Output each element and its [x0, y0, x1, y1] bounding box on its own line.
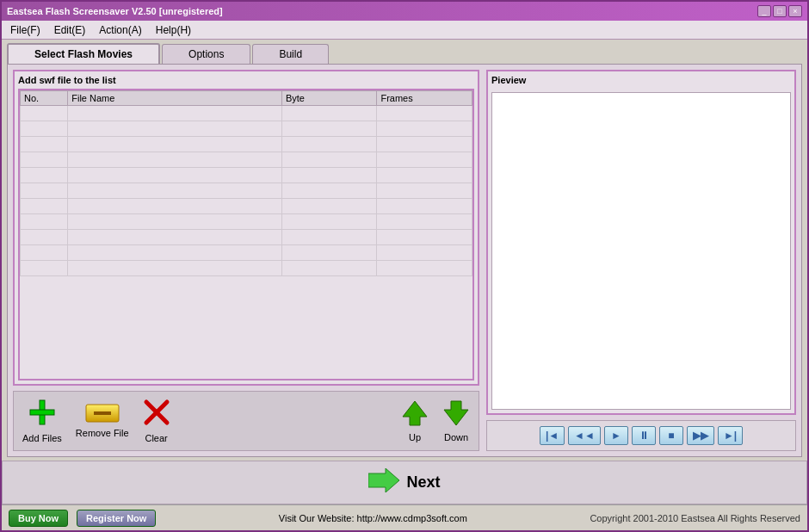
status-bar: Buy Now Register Now Visit Our Website: …	[2, 504, 807, 530]
menu-action[interactable]: Action(A)	[94, 22, 146, 38]
down-icon	[442, 399, 470, 430]
maximize-button[interactable]: □	[773, 5, 787, 17]
copyright-text: Copyright 2001-2010 Eastsea All Rights R…	[590, 513, 800, 523]
media-first-button[interactable]: |◄	[540, 426, 565, 445]
remove-file-icon	[85, 404, 120, 425]
clear-icon	[143, 399, 170, 430]
file-table-wrapper: No. File Name Byte Frames	[18, 89, 474, 380]
table-row	[21, 152, 472, 168]
title-text: Eastsea Flash Screensaver V2.50 [unregis…	[7, 6, 223, 16]
tab-build[interactable]: Build	[252, 44, 329, 64]
menu-edit[interactable]: Edit(E)	[49, 22, 91, 38]
tab-select-flash[interactable]: Select Flash Movies	[7, 43, 160, 64]
col-no: No.	[21, 91, 68, 106]
media-stop-button[interactable]: ■	[659, 426, 683, 445]
title-bar: Eastsea Flash Screensaver V2.50 [unregis…	[2, 2, 807, 21]
col-frames: Frames	[377, 91, 472, 106]
table-row	[21, 106, 472, 121]
table-row	[21, 214, 472, 230]
file-list-group: Add swf file to the list No. File Name B…	[13, 70, 479, 386]
up-icon	[401, 399, 429, 430]
menu-file[interactable]: File(F)	[5, 22, 46, 38]
visit-text: Visit Our Website: http://www.cdmp3soft.…	[164, 513, 581, 523]
preview-canvas	[491, 92, 791, 410]
add-files-icon	[28, 399, 56, 430]
register-now-button[interactable]: Register Now	[77, 510, 156, 527]
remove-file-button[interactable]: Remove File	[76, 404, 129, 438]
table-row	[21, 137, 472, 152]
table-row	[21, 245, 472, 261]
table-row	[21, 121, 472, 137]
table-row	[21, 199, 472, 214]
down-label: Down	[444, 432, 468, 442]
clear-label: Clear	[145, 433, 167, 443]
left-panel: Add swf file to the list No. File Name B…	[13, 70, 479, 451]
add-files-button[interactable]: Add Files	[22, 399, 62, 443]
svg-marker-6	[403, 401, 427, 425]
svg-rect-3	[94, 411, 111, 415]
down-button[interactable]: Down	[442, 399, 470, 442]
tabs-row: Select Flash Movies Options Build	[7, 43, 802, 64]
svg-rect-1	[30, 410, 54, 415]
media-pause-button[interactable]: ⏸	[632, 426, 656, 445]
menu-bar: File(F) Edit(E) Action(A) Help(H)	[2, 21, 807, 40]
table-row	[21, 183, 472, 199]
file-table: No. File Name Byte Frames	[20, 90, 472, 276]
next-bar: Next	[2, 461, 807, 504]
col-filename: File Name	[68, 91, 282, 106]
app-window: Eastsea Flash Screensaver V2.50 [unregis…	[0, 0, 809, 532]
svg-marker-7	[444, 401, 468, 425]
minimize-button[interactable]: _	[757, 5, 771, 17]
table-row	[21, 261, 472, 276]
preview-group: Pieview	[486, 70, 796, 415]
title-bar-buttons: _ □ ×	[757, 5, 802, 17]
up-button[interactable]: Up	[401, 399, 429, 442]
buy-now-button[interactable]: Buy Now	[9, 510, 68, 527]
add-files-label: Add Files	[22, 433, 62, 443]
tab-options[interactable]: Options	[162, 44, 250, 64]
preview-label: Pieview	[491, 75, 791, 85]
svg-marker-8	[368, 468, 399, 492]
up-label: Up	[409, 432, 421, 442]
remove-file-label: Remove File	[76, 428, 129, 438]
media-last-button[interactable]: ►|	[718, 426, 743, 445]
media-controls: |◄ ◄◄ ► ⏸ ■ ▶▶ ►|	[486, 420, 796, 451]
inner-layout: Add swf file to the list No. File Name B…	[13, 70, 796, 451]
next-button[interactable]: Next	[368, 468, 440, 497]
clear-button[interactable]: Clear	[143, 399, 170, 443]
media-rewind-button[interactable]: ◄◄	[568, 426, 601, 445]
media-play-button[interactable]: ►	[604, 426, 628, 445]
file-list-label: Add swf file to the list	[18, 75, 474, 85]
tabs-area: Select Flash Movies Options Build Add sw…	[2, 40, 807, 457]
next-arrow-icon	[368, 468, 399, 497]
right-panel: Pieview |◄ ◄◄ ► ⏸ ■ ▶▶ ►|	[486, 70, 796, 451]
table-row	[21, 230, 472, 245]
table-header-row: No. File Name Byte Frames	[21, 91, 472, 106]
col-byte: Byte	[281, 91, 377, 106]
next-label: Next	[406, 473, 440, 492]
menu-help[interactable]: Help(H)	[151, 22, 196, 38]
media-forward-button[interactable]: ▶▶	[687, 426, 714, 445]
panel-area: Add swf file to the list No. File Name B…	[7, 64, 802, 457]
close-button[interactable]: ×	[788, 5, 802, 17]
toolbar: Add Files	[13, 391, 479, 451]
table-row	[21, 168, 472, 183]
